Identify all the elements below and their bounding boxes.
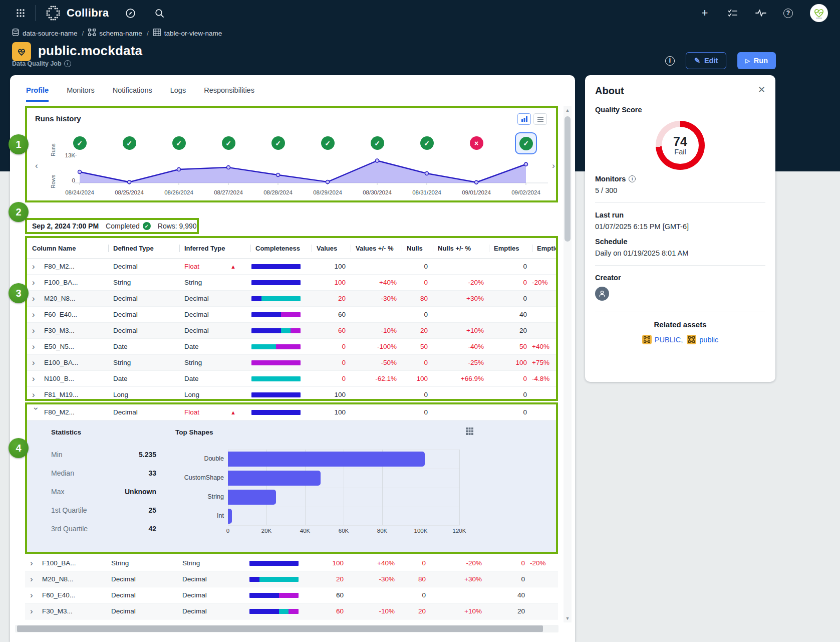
row-expand-chevron-icon[interactable]: ›: [27, 358, 41, 367]
search-icon[interactable]: [154, 8, 165, 19]
row-metric-value: -20%: [532, 279, 556, 286]
table-row[interactable]: ›F81_M19...LongLong10000: [27, 387, 556, 401]
row-expand-chevron-icon[interactable]: ›: [25, 575, 39, 583]
tab-monitors[interactable]: Monitors: [67, 86, 95, 102]
row-expand-chevron-icon[interactable]: ›: [27, 390, 41, 399]
row-expand-chevron-icon[interactable]: ›: [27, 310, 41, 319]
tab-notifications[interactable]: Notifications: [113, 86, 152, 102]
run-status-pass-icon[interactable]: ✓: [271, 136, 285, 150]
table-row[interactable]: ›M20_N8...DecimalDecimal20-30%80+30%0: [25, 571, 558, 587]
row-expand-chevron-icon[interactable]: ›: [27, 262, 41, 271]
column-header-values-[interactable]: Values +/- %: [351, 245, 402, 252]
run-status-pass-icon[interactable]: ✓: [371, 136, 384, 150]
table-row[interactable]: ›E50_N5...DateDate0-100%50-40%50+40%: [25, 619, 558, 625]
help-icon[interactable]: ?: [783, 9, 793, 18]
column-header-empties[interactable]: Empties: [489, 245, 532, 252]
column-header-inferred-type[interactable]: Inferred Type: [179, 245, 250, 252]
chart-prev-arrow-icon[interactable]: ‹: [35, 161, 38, 170]
chart-next-arrow-icon[interactable]: ›: [552, 161, 555, 170]
run-status-pass-icon[interactable]: ✓: [519, 137, 533, 150]
table-row[interactable]: ›F100_BA...StringString100+40%0-20%0-20%: [27, 275, 556, 291]
divider: [595, 265, 765, 266]
run-status-pass-icon[interactable]: ✓: [73, 136, 87, 150]
chart-view-toggle[interactable]: [517, 113, 531, 125]
column-header-completeness[interactable]: Completeness: [250, 245, 312, 252]
horizontal-scrollbar-thumb[interactable]: [17, 625, 543, 632]
table-row[interactable]: ›F60_E40...DecimalDecimal60040: [25, 587, 558, 603]
table-row[interactable]: ›F100_BA...StringString100+40%0-20%0-20%: [25, 555, 558, 571]
vertical-scrollbar-thumb[interactable]: [565, 116, 571, 242]
row-expand-chevron-icon[interactable]: ›: [25, 591, 39, 599]
row-expand-chevron-icon[interactable]: ›: [25, 559, 39, 567]
column-header-defined-type[interactable]: Defined Type: [108, 245, 179, 252]
row-expand-chevron-icon[interactable]: ›: [27, 326, 41, 335]
monitors-info-icon[interactable]: i: [629, 175, 636, 182]
inferred-type-label: String: [184, 359, 230, 366]
chart-date-tick: 08/31/2024: [406, 189, 448, 195]
add-icon[interactable]: +: [699, 8, 710, 19]
activity-pulse-icon[interactable]: [755, 8, 766, 19]
explore-compass-icon[interactable]: [125, 8, 136, 19]
row-metric-value: -40%: [433, 343, 489, 350]
related-asset-link[interactable]: public: [687, 335, 718, 344]
tab-responsibilities[interactable]: Responsibilities: [204, 86, 254, 102]
column-header-column-name[interactable]: Column Name: [27, 245, 108, 252]
shapes-table-view-icon[interactable]: [466, 427, 473, 437]
row-expand-chevron-icon[interactable]: ›: [27, 374, 41, 383]
row-expand-chevron-icon[interactable]: ›: [27, 278, 41, 287]
subtitle-info-icon[interactable]: i: [64, 60, 71, 67]
collibra-logo[interactable]: Collibra: [45, 5, 109, 22]
tab-profile[interactable]: Profile: [26, 86, 49, 102]
list-view-toggle[interactable]: [533, 113, 547, 125]
run-status-pass-icon[interactable]: ✓: [222, 136, 235, 150]
creator-avatar[interactable]: [595, 287, 609, 301]
scroll-down-arrow-icon[interactable]: ▼: [564, 614, 572, 622]
table-row[interactable]: ›F60_E40...DecimalDecimal60040: [27, 307, 556, 323]
table-row[interactable]: ›N100_B...DateDate0-62.1%100+66.9%0-4.8%: [27, 371, 556, 387]
row-completeness: [250, 410, 312, 415]
app-grid-icon[interactable]: [15, 8, 26, 19]
run-status-pass-icon[interactable]: ✓: [123, 136, 136, 150]
row-defined-type: Decimal: [106, 607, 177, 615]
row-expand-chevron-icon[interactable]: ›: [27, 342, 41, 351]
row-expand-chevron-icon[interactable]: ›: [32, 407, 41, 417]
close-icon[interactable]: ✕: [758, 84, 765, 95]
completeness-bar: [251, 376, 301, 381]
tab-logs[interactable]: Logs: [170, 86, 186, 102]
run-status-fail-icon[interactable]: ×: [470, 136, 483, 150]
completeness-segment: [251, 410, 301, 415]
row-defined-type: Decimal: [108, 311, 179, 318]
row-inferred-type: String: [177, 559, 248, 567]
run-status-pass-icon[interactable]: ✓: [420, 136, 434, 150]
run-status-pass-icon[interactable]: ✓: [321, 136, 335, 150]
completeness-segment: [251, 296, 261, 301]
table-row[interactable]: ›M20_N8...DecimalDecimal20-30%80+30%0: [27, 291, 556, 307]
page-info-icon[interactable]: i: [665, 56, 675, 66]
breadcrumb-item-table-or-view-name[interactable]: table-or-view-name: [153, 29, 222, 38]
table-row[interactable]: ›F30_M3...DecimalDecimal60-10%20+10%20: [25, 603, 558, 619]
row-expand-chevron-icon[interactable]: ›: [25, 607, 39, 615]
related-asset-link[interactable]: PUBLIC,: [642, 335, 683, 344]
horizontal-scrollbar[interactable]: [15, 625, 558, 632]
breadcrumb-item-data-source-name[interactable]: data-source-name: [12, 29, 78, 38]
column-header-values[interactable]: Values: [312, 245, 351, 252]
breadcrumb-item-schema-name[interactable]: schema-name: [88, 29, 142, 38]
run-button[interactable]: ▷ Run: [737, 52, 776, 69]
column-header-empties-[interactable]: Empties +...: [532, 245, 556, 252]
table-row[interactable]: ›F30_M3...DecimalDecimal60-10%20+10%20: [27, 323, 556, 339]
column-header-nulls[interactable]: Nulls: [402, 245, 433, 252]
edit-button[interactable]: ✎ Edit: [686, 52, 727, 69]
column-header-nulls-[interactable]: Nulls +/- %: [433, 245, 489, 252]
run-status-pass-icon[interactable]: ✓: [172, 136, 186, 150]
completeness-segment: [276, 344, 301, 349]
scroll-up-arrow-icon[interactable]: ▲: [564, 106, 572, 114]
tasks-checklist-icon[interactable]: [727, 8, 738, 19]
table-row[interactable]: ›E100_BA...StringString0-50%0-25%100+75%: [27, 355, 556, 371]
row-column-name: E100_BA...: [41, 359, 108, 366]
row-expand-chevron-icon[interactable]: ›: [27, 294, 41, 303]
table-row[interactable]: ›F80_M2...DecimalFloat▲10000: [27, 404, 556, 420]
vertical-scrollbar[interactable]: ▲ ▼: [564, 106, 572, 622]
table-row[interactable]: ›F80_M2...DecimalFloat▲10000: [27, 259, 556, 275]
table-row[interactable]: ›E50_N5...DateDate0-100%50-40%50+40%: [27, 339, 556, 355]
user-avatar[interactable]: [810, 4, 828, 22]
